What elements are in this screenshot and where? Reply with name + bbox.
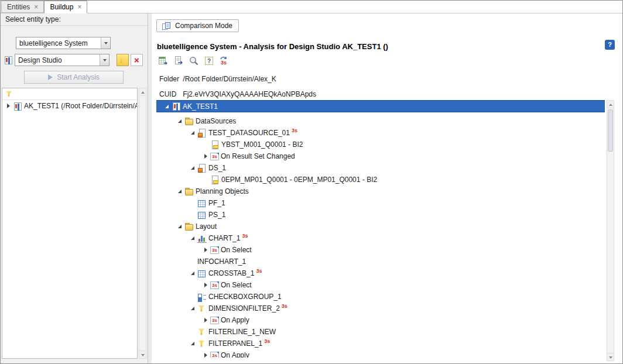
tab-bar: Entities × Buildup × xyxy=(1,1,622,13)
tab-buildup-label: Buildup xyxy=(50,3,73,11)
expand-arrow-icon[interactable] xyxy=(202,351,210,358)
application-icon xyxy=(13,102,22,111)
tree-node-on-select[interactable]: 3sOn Select xyxy=(156,244,605,256)
tree-node-label: DataSources xyxy=(196,117,237,125)
collapse-arrow-icon[interactable] xyxy=(176,222,184,231)
collapse-arrow-icon[interactable] xyxy=(163,102,172,111)
expand-arrow-icon[interactable] xyxy=(5,102,13,110)
tree-node-dimensionfilter-2[interactable]: DIMENSIONFILTER_23s xyxy=(156,303,605,314)
edit-filter-button[interactable] xyxy=(117,54,129,66)
collapse-arrow-icon[interactable] xyxy=(189,339,197,348)
cuid-row: CUID Fj2.eVrV3QIAXyQAAAAHEQkAoNPBApds xyxy=(159,90,316,98)
tree-node-label: YBST_M001_Q0001 - BI2 xyxy=(221,140,304,149)
play-icon xyxy=(48,74,53,80)
tree-node-on-apply[interactable]: 3sOn Apply xyxy=(156,314,605,326)
tree-node-ybst-m001-q0001-bi2[interactable]: YBST_M001_Q0001 - BI2 xyxy=(156,139,605,150)
tab-entities-label: Entities xyxy=(7,3,30,11)
scroll-down-icon[interactable] xyxy=(139,351,146,358)
3s-badge: 3s xyxy=(282,303,287,309)
collapse-arrow-icon[interactable] xyxy=(189,234,197,242)
entity-row[interactable]: AK_TEST1 (/Root Folder/Dürrstein/Ale xyxy=(2,100,137,112)
tree-node-chart-1[interactable]: CHART_13s xyxy=(156,232,605,244)
scroll-up-icon[interactable] xyxy=(139,88,146,96)
system-combobox[interactable]: bluetelligence System xyxy=(16,37,111,49)
tree-node-filterpanel-1[interactable]: FILTERPANEL_13s xyxy=(156,338,605,349)
excel-export-icon[interactable] xyxy=(158,56,169,66)
filter-row[interactable] xyxy=(2,88,137,100)
tree-indent-spacer xyxy=(202,176,210,184)
tab-entities[interactable]: Entities × xyxy=(1,1,44,13)
tree-indent-spacer xyxy=(189,257,197,266)
tree-node-ak-test1[interactable]: AK_TEST1 xyxy=(156,100,605,112)
tree-node-label: DS_1 xyxy=(208,164,227,172)
analysis-panel: Comparison Mode bluetelligence System - … xyxy=(152,13,622,363)
close-icon[interactable]: × xyxy=(77,4,81,11)
expand-arrow-icon[interactable] xyxy=(202,281,210,289)
collapse-arrow-icon[interactable] xyxy=(189,304,197,313)
collapse-arrow-icon[interactable] xyxy=(176,187,184,195)
clear-filter-button[interactable]: × xyxy=(131,54,143,66)
tree-node-test-datasource-01[interactable]: TEST_DATASOURCE_013s xyxy=(156,127,605,139)
start-analysis-button[interactable]: Start Analysis xyxy=(24,71,124,84)
svg-text:?: ? xyxy=(207,58,211,64)
folder-icon xyxy=(184,222,194,231)
tree-node-datasources[interactable]: DataSources xyxy=(156,115,605,127)
filter-icon xyxy=(197,328,207,336)
tree-node-0epm-mp01-q0001-0epm-mp01-q0001-bi2[interactable]: 0EPM_MP01_Q0001 - 0EPM_MP01_Q0001 - BI2 xyxy=(156,174,605,186)
tab-buildup[interactable]: Buildup × xyxy=(44,1,87,13)
close-icon[interactable]: × xyxy=(34,4,38,11)
entity-type-combobox[interactable]: Design Studio xyxy=(15,54,109,66)
tree-node-label: TEST_DATASOURCE_01 xyxy=(208,129,291,137)
refresh-3s-icon[interactable]: 3s xyxy=(219,56,230,66)
expand-arrow-icon[interactable] xyxy=(202,246,210,254)
tree-node-label: PF_1 xyxy=(208,199,227,207)
application-icon xyxy=(172,102,181,111)
comparison-mode-button[interactable]: Comparison Mode xyxy=(156,19,239,32)
collapse-arrow-icon[interactable] xyxy=(189,269,197,277)
tree-node-label: CROSSTAB_1 xyxy=(208,269,255,277)
entity-list-scrollbar[interactable] xyxy=(139,88,146,359)
tree-node-on-select[interactable]: 3sOn Select xyxy=(156,279,605,291)
3s-badge: 3s xyxy=(292,128,297,133)
collapse-arrow-icon[interactable] xyxy=(189,164,197,172)
tree-node-on-apply[interactable]: 3sOn Apply xyxy=(156,349,605,358)
scrollbar-thumb[interactable] xyxy=(608,109,613,152)
tree-node-label: DIMENSIONFILTER_2 xyxy=(208,304,281,313)
expand-arrow-icon[interactable] xyxy=(202,316,210,324)
legend-icon[interactable]: ? xyxy=(204,56,214,66)
scroll-down-icon[interactable] xyxy=(607,353,614,360)
tree-node-infochart-1[interactable]: INFOCHART_1 xyxy=(156,256,605,267)
tree-node-label: On Select xyxy=(221,281,253,289)
tree-node-pf-1[interactable]: PF_1 xyxy=(156,197,605,209)
tree-node-crosstab-1[interactable]: CROSSTAB_13s xyxy=(156,267,605,279)
cuid-value: Fj2.eVrV3QIAXyQAAAAHEQkAoNPBApds xyxy=(183,90,316,98)
tree-node-ps-1[interactable]: PS_1 xyxy=(156,209,605,221)
expand-arrow-icon[interactable] xyxy=(202,152,210,160)
filter-icon xyxy=(197,304,207,313)
tree-node-layout[interactable]: Layout xyxy=(156,221,605,232)
tree-node-on-result-set-changed[interactable]: 3sOn Result Set Changed xyxy=(156,150,605,162)
collapse-arrow-icon[interactable] xyxy=(189,129,197,137)
help-button[interactable]: ? xyxy=(605,40,615,50)
entity-selection-panel: Select entity type: bluetelligence Syste… xyxy=(1,13,148,363)
tree-node-checkboxgroup-1[interactable]: CHECKBOXGROUP_1 xyxy=(156,291,605,303)
entity-list: AK_TEST1 (/Root Folder/Dürrstein/Ale xyxy=(2,88,138,359)
chevron-down-icon[interactable] xyxy=(100,54,109,66)
chevron-down-icon[interactable] xyxy=(101,37,110,49)
tree-node-label: PS_1 xyxy=(208,211,227,219)
select-entity-type-label: Select entity type: xyxy=(1,13,148,26)
filter-icon xyxy=(117,56,126,64)
tree-node-ds-1[interactable]: DS_1 xyxy=(156,162,605,174)
folder-value: /Root Folder/Dürrstein/Alex_K xyxy=(183,75,276,83)
tree-scrollbar[interactable] xyxy=(607,100,614,361)
scroll-up-icon[interactable] xyxy=(607,101,614,108)
query-icon xyxy=(210,176,220,184)
collapse-arrow-icon[interactable] xyxy=(176,117,184,125)
tree-node-planning-objects[interactable]: Planning Objects xyxy=(156,186,605,197)
tree-node-label: CHART_1 xyxy=(208,234,241,242)
svg-text:3s: 3s xyxy=(221,60,227,66)
tree-node-label: On Select xyxy=(221,246,253,254)
export-document-icon[interactable] xyxy=(173,56,184,66)
tree-node-filterline-1-new[interactable]: FILTERLINE_1_NEW xyxy=(156,326,605,338)
zoom-icon[interactable] xyxy=(189,56,199,66)
